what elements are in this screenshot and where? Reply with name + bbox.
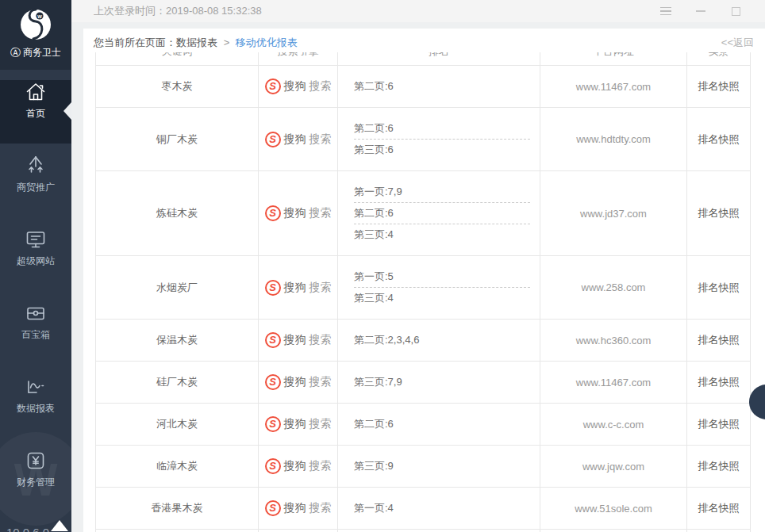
ranking-snapshot-link[interactable]: 排名快照 bbox=[698, 502, 740, 514]
sogou-logo-icon: S bbox=[265, 458, 281, 474]
keyword-cell: 炼硅木炭 bbox=[96, 171, 259, 256]
search-engine: S搜狗搜索 bbox=[265, 458, 332, 474]
ranking-line: 第二页:2,3,4,6 bbox=[354, 330, 530, 350]
url-cell: www.jd37.com bbox=[540, 171, 687, 256]
engine-name: 搜狗 bbox=[284, 206, 306, 220]
maximize-icon bbox=[732, 7, 740, 16]
scroll-top-arrow-icon[interactable] bbox=[51, 520, 68, 531]
ranking-cell: 第二页:2,3,4,6 bbox=[338, 320, 540, 362]
keyword-cell: 香港果木炭 bbox=[96, 488, 259, 530]
ranking-line: 第二页:6 bbox=[354, 118, 530, 139]
breadcrumb: 您当前所在页面：数据报表 > 移动优化报表 <<返回 bbox=[83, 29, 765, 52]
ranking-cell: 第一页:7,9第二页:6第三页:4 bbox=[338, 171, 540, 256]
toolbox-icon bbox=[24, 301, 48, 325]
sidebar-item-toolbox[interactable]: 百宝箱 bbox=[0, 301, 71, 365]
search-engine: S搜狗搜索 bbox=[265, 78, 332, 94]
engine-name: 搜狗 bbox=[284, 459, 306, 473]
ranking-snapshot-link[interactable]: 排名快照 bbox=[698, 376, 740, 388]
keyword-cell: 保温木炭 bbox=[96, 320, 259, 362]
engine-name: 搜狗 bbox=[284, 501, 306, 515]
sidebar-item-label: 数据报表 bbox=[0, 402, 71, 415]
breadcrumb-current-page[interactable]: 移动优化报表 bbox=[236, 36, 298, 48]
snapshot-cell: 排名快照 bbox=[687, 446, 751, 488]
url-cell: www.11467.com bbox=[540, 362, 687, 404]
topbar: 上次登录时间：2019-08-08 15:32:38 ✕ bbox=[71, 0, 765, 22]
snapshot-cell: 排名快照 bbox=[687, 108, 751, 171]
ranking-snapshot-link[interactable]: 排名快照 bbox=[698, 133, 740, 145]
ranking-cell: 第一页:4 bbox=[338, 488, 540, 530]
sidebar-item-website[interactable]: 超级网站 bbox=[0, 228, 71, 291]
back-link[interactable]: <<返回 bbox=[721, 36, 754, 50]
svg-text:w: w bbox=[37, 13, 42, 19]
table-row: 河北木炭S搜狗搜索第二页:6www.c-c.com排名快照 bbox=[96, 404, 751, 446]
engine-name: 搜索 bbox=[309, 333, 332, 347]
search-engine: S搜狗搜索 bbox=[265, 374, 332, 390]
sogou-logo-icon: S bbox=[265, 205, 281, 221]
ranking-snapshot-link[interactable]: 排名快照 bbox=[698, 334, 740, 346]
sidebar-item-label: 超级网站 bbox=[0, 255, 71, 268]
engine-name: 搜狗 bbox=[284, 417, 306, 431]
engine-name: 搜索 bbox=[309, 417, 332, 431]
hamburger-icon bbox=[660, 7, 671, 15]
engine-name: 搜狗 bbox=[284, 79, 306, 94]
ranking-line: 第一页:4 bbox=[354, 498, 530, 519]
sidebar-item-promotion[interactable]: 商贸推广 bbox=[0, 154, 71, 217]
snapshot-cell: 排名快照 bbox=[687, 488, 751, 530]
sogou-logo-icon: S bbox=[265, 78, 281, 94]
snapshot-cell: 排名快照 bbox=[687, 320, 751, 362]
watermark-letter: W bbox=[14, 453, 58, 506]
url-cell: www.51sole.com bbox=[540, 530, 687, 532]
ranking-snapshot-link[interactable]: 排名快照 bbox=[698, 281, 740, 293]
sidebar: w Ⓐ 商务卫士 首页 bbox=[0, 0, 71, 532]
engine-name: 搜狗 bbox=[284, 132, 306, 147]
snapshot-cell: 排名快照 bbox=[687, 404, 751, 446]
ranking-cell: 第一页:5 bbox=[338, 530, 540, 532]
ranking-snapshot-link[interactable]: 排名快照 bbox=[698, 207, 740, 219]
ranking-line: 第三页:7,9 bbox=[354, 372, 530, 392]
ranking-snapshot-link[interactable]: 排名快照 bbox=[698, 418, 740, 430]
table-row: 铜厂木炭S搜狗搜索第二页:6第三页:6www.hdtdty.com排名快照 bbox=[96, 108, 751, 171]
ranking-line: 第三页:6 bbox=[354, 139, 530, 160]
brand-badge-icon: Ⓐ bbox=[10, 48, 21, 58]
home-icon bbox=[24, 80, 48, 104]
table-row: 保温木炭S搜狗搜索第二页:2,3,4,6www.hc360.com排名快照 bbox=[96, 320, 751, 362]
ranking-line: 第二页:6 bbox=[354, 414, 530, 434]
search-engine: S搜狗搜索 bbox=[265, 280, 332, 296]
menu-button[interactable] bbox=[660, 6, 671, 17]
sogou-logo-icon: S bbox=[265, 332, 281, 348]
snapshot-cell: 排名快照 bbox=[687, 530, 751, 532]
sogou-logo-icon: S bbox=[265, 132, 281, 147]
minimize-icon bbox=[696, 10, 705, 12]
snapshot-cell: 排名快照 bbox=[687, 362, 751, 404]
ranking-cell: 第三页:7,9 bbox=[338, 362, 540, 404]
content-card: 您当前所在页面：数据报表 > 移动优化报表 <<返回 关键词 搜索引擎 排名 平… bbox=[83, 29, 765, 532]
report-table-viewport: 关键词 搜索引擎 排名 平台网址 实景 枣木炭S搜狗搜索第二页:6www.114… bbox=[95, 52, 765, 532]
sogou-logo-icon: S bbox=[265, 500, 281, 516]
sidebar-item-reports[interactable]: 数据报表 bbox=[0, 375, 71, 438]
keyword-cell: 水烟炭厂 bbox=[96, 256, 259, 320]
ranking-line: 第三页:9 bbox=[354, 456, 530, 477]
ranking-snapshot-link[interactable]: 排名快照 bbox=[698, 460, 740, 472]
header-ranking: 排名 bbox=[338, 52, 540, 66]
sogou-logo-icon: S bbox=[265, 416, 281, 432]
sidebar-item-home[interactable]: 首页 bbox=[0, 80, 71, 144]
url-cell: www.hdtdty.com bbox=[540, 108, 687, 171]
ranking-cell: 第一页:5第三页:4 bbox=[338, 256, 540, 320]
breadcrumb-separator: > bbox=[224, 36, 230, 48]
engine-name: 搜索 bbox=[309, 206, 332, 220]
header-url: 平台网址 bbox=[540, 52, 687, 66]
snapshot-cell: 排名快照 bbox=[687, 256, 751, 320]
ranking-snapshot-link[interactable]: 排名快照 bbox=[698, 80, 740, 92]
last-login-text: 上次登录时间：2019-08-08 15:32:38 bbox=[94, 4, 262, 18]
engine-name: 搜狗 bbox=[284, 375, 306, 389]
minimize-button[interactable] bbox=[695, 6, 706, 17]
header-keyword: 关键词 bbox=[96, 52, 259, 66]
url-cell: www.jqw.com bbox=[540, 446, 687, 488]
version-text: 10.0.6.0 bbox=[6, 526, 49, 532]
engine-name: 搜索 bbox=[309, 459, 332, 473]
search-engine: S搜狗搜索 bbox=[265, 205, 332, 221]
active-item-wedge-icon bbox=[63, 102, 71, 120]
maximize-button[interactable] bbox=[730, 6, 741, 17]
engine-name: 搜索 bbox=[309, 132, 332, 147]
engine-cell: S搜狗搜索 bbox=[259, 404, 338, 446]
